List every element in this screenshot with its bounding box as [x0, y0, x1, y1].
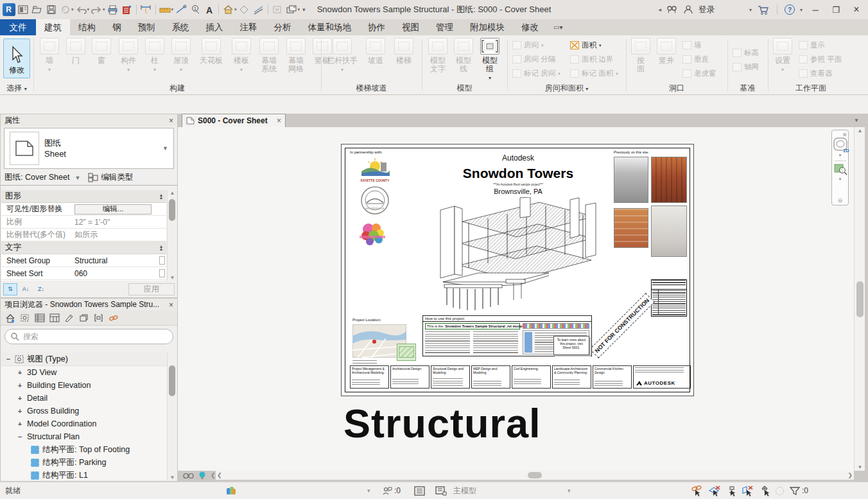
- canvas[interactable]: In partnership with: FAYETTE COUNTY BROW…: [178, 127, 854, 471]
- properties-scrollbar[interactable]: ▲ ▼: [167, 190, 177, 281]
- browser-scrollbar[interactable]: ▼: [167, 353, 177, 480]
- tab-addins[interactable]: 附加模块: [462, 19, 513, 35]
- edit-type-button[interactable]: 编辑类型: [88, 172, 133, 183]
- opening-panel-label[interactable]: 洞口: [626, 83, 727, 94]
- tree-item-gross-building[interactable]: +Gross Building: [1, 405, 167, 417]
- vertical-scrollbar[interactable]: ▲ ▼: [854, 127, 865, 471]
- switch-windows-dropdown[interactable]: ▾: [298, 7, 300, 12]
- type-selector[interactable]: 图纸Sheet ▼: [4, 128, 174, 169]
- cover-sheet[interactable]: In partnership with: FAYETTE COUNTY BROW…: [341, 144, 694, 396]
- default-order-button[interactable]: ⇅: [3, 283, 17, 295]
- area-button[interactable]: 面积▾: [570, 39, 618, 51]
- tree-item-detail[interactable]: +Detail: [1, 392, 167, 405]
- sheets-icon[interactable]: [49, 313, 60, 323]
- design-option-dropdown[interactable]: ▾: [568, 487, 571, 494]
- collapse-icon[interactable]: −: [17, 433, 23, 441]
- main-model-icon[interactable]: [435, 486, 447, 496]
- tab-annotate[interactable]: 注释: [232, 19, 266, 35]
- switch-windows-icon[interactable]: [285, 3, 299, 17]
- customize-qat-icon[interactable]: ▾: [302, 6, 306, 13]
- model-panel-label[interactable]: 模型: [422, 83, 507, 94]
- close-button[interactable]: ×: [849, 4, 864, 15]
- property-row[interactable]: 可见性/图形替换 编辑...: [1, 203, 166, 216]
- drag-on-selection-toggle[interactable]: [759, 486, 771, 496]
- type-selector-dropdown[interactable]: ▼: [162, 145, 168, 152]
- print-icon[interactable]: [106, 3, 119, 17]
- measure-icon[interactable]: [159, 3, 172, 17]
- collapse-icon[interactable]: −: [5, 355, 12, 363]
- collapse-search-icon[interactable]: ◂: [658, 6, 661, 13]
- undo-icon[interactable]: [74, 3, 88, 17]
- view-tab-cover-sheet[interactable]: S000 - Cover Sheet ×: [182, 114, 286, 127]
- default-3d-view-icon[interactable]: [221, 3, 235, 17]
- login-button[interactable]: 登录: [699, 4, 715, 15]
- reveal-hidden-icon[interactable]: [199, 471, 205, 480]
- scroll-down-icon[interactable]: ▼: [855, 464, 865, 470]
- scroll-left-icon[interactable]: ❮: [217, 472, 222, 478]
- tab-collaborate[interactable]: 协作: [360, 19, 394, 35]
- expand-icon[interactable]: +: [17, 420, 23, 428]
- save-icon[interactable]: [44, 3, 58, 17]
- tab-analyze[interactable]: 分析: [266, 19, 300, 35]
- tree-item-3d-view[interactable]: +3D View: [1, 366, 167, 379]
- section-text[interactable]: 文字: [5, 242, 21, 253]
- text-icon[interactable]: A: [202, 3, 216, 17]
- expand-icon[interactable]: +: [17, 394, 23, 402]
- browser-close-icon[interactable]: ×: [169, 301, 173, 310]
- wheel-dropdown[interactable]: ▾: [839, 153, 842, 158]
- worksharing-display-icon[interactable]: [183, 472, 194, 479]
- select-panel-label[interactable]: 选择 ▾: [0, 83, 33, 94]
- aligned-dimension-icon[interactable]: [139, 3, 153, 17]
- zoom-dropdown[interactable]: ▾: [839, 177, 842, 182]
- tree-item-top-of-footing[interactable]: 结构平面: Top of Footing: [1, 443, 167, 456]
- tree-item-building-elevation[interactable]: +Building Elevation: [1, 379, 167, 392]
- revit-links-icon[interactable]: [93, 313, 104, 323]
- model-group-button[interactable]: 模型组▾: [478, 38, 501, 82]
- link-icon[interactable]: [108, 313, 119, 323]
- expand-icon[interactable]: +: [17, 369, 23, 376]
- tab-steel[interactable]: 钢: [104, 19, 130, 35]
- maximize-button[interactable]: ❐: [828, 5, 844, 15]
- select-links-toggle[interactable]: [691, 486, 704, 496]
- worksets-icon[interactable]: [226, 486, 236, 496]
- browser-search[interactable]: [4, 329, 173, 344]
- schedules-icon[interactable]: [34, 313, 45, 323]
- redo-dropdown[interactable]: ▾: [103, 7, 105, 12]
- search-input[interactable]: [23, 332, 168, 341]
- file-views-icon[interactable]: [16, 3, 30, 17]
- user-icon[interactable]: [683, 4, 693, 15]
- tab-systems[interactable]: 系统: [164, 19, 198, 35]
- sort-az-button[interactable]: A↓: [19, 283, 33, 295]
- visibility-edit-button[interactable]: 编辑...: [74, 204, 152, 214]
- help-dropdown[interactable]: ▾: [800, 7, 803, 13]
- select-pinned-toggle[interactable]: [725, 486, 738, 496]
- tab-precast[interactable]: 预制: [130, 19, 164, 35]
- default-3d-dropdown[interactable]: ▾: [234, 7, 237, 12]
- expand-icon[interactable]: +: [17, 407, 23, 415]
- views-icon[interactable]: [19, 313, 30, 323]
- families-icon[interactable]: [64, 313, 74, 323]
- tab-file[interactable]: 文件: [0, 19, 36, 35]
- active-design-option[interactable]: 主模型: [453, 486, 476, 496]
- scroll-right-icon[interactable]: ❯: [847, 472, 853, 478]
- tab-modify[interactable]: 修改: [513, 19, 547, 35]
- revit-logo[interactable]: R: [2, 3, 15, 17]
- zoom-region-icon[interactable]: [833, 162, 847, 175]
- tab-manage[interactable]: 管理: [428, 19, 462, 35]
- tab-insert[interactable]: 插入: [198, 19, 232, 35]
- design-options-icon[interactable]: [414, 486, 425, 496]
- tree-item-parking[interactable]: 结构平面: Parking: [1, 456, 167, 469]
- property-row[interactable]: Sheet Sort 060: [1, 267, 166, 280]
- property-row[interactable]: Sheet Group Structural: [1, 254, 166, 267]
- selection-filter[interactable]: :0: [790, 486, 808, 496]
- tab-view[interactable]: 视图: [394, 19, 428, 35]
- ribbon-display-toggle[interactable]: ▭▾: [547, 19, 569, 35]
- tab-architecture[interactable]: 建筑: [36, 19, 70, 35]
- circulation-panel-label[interactable]: 楼梯坡道: [321, 83, 422, 94]
- instance-dropdown[interactable]: ▼: [74, 175, 80, 181]
- print-setup-icon[interactable]: [120, 3, 134, 17]
- login-dropdown[interactable]: ▾: [749, 7, 752, 13]
- scroll-up-icon[interactable]: ▲: [168, 190, 177, 196]
- select-underlay-toggle[interactable]: [708, 486, 722, 496]
- select-by-face-toggle[interactable]: [742, 486, 755, 496]
